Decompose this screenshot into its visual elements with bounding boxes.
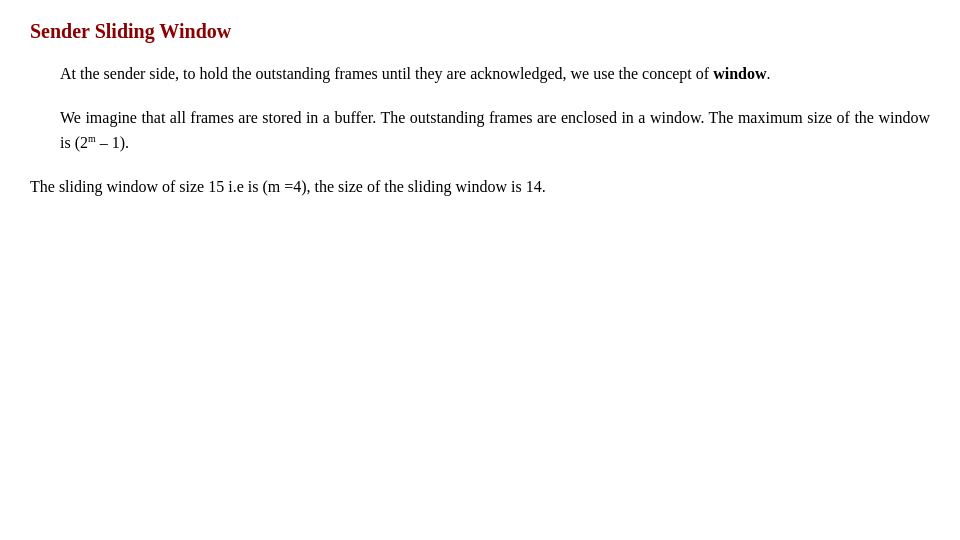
paragraph-3: The sliding window of size 15 i.e is (m … (30, 174, 930, 200)
page-container: Sender Sliding Window At the sender side… (0, 0, 960, 540)
paragraph-1: At the sender side, to hold the outstand… (60, 61, 930, 87)
paragraph1-text-part2: . (767, 65, 771, 82)
paragraph2-text-part1: We imagine that all frames are stored in… (60, 109, 930, 152)
paragraph1-text-part1: At the sender side, to hold the outstand… (60, 65, 713, 82)
page-title: Sender Sliding Window (30, 20, 930, 43)
paragraph1-bold-word: window (713, 65, 766, 82)
paragraph2-superscript: m (88, 133, 96, 144)
paragraph-2: We imagine that all frames are stored in… (60, 105, 930, 156)
paragraph2-text-part2: – 1). (96, 134, 129, 151)
